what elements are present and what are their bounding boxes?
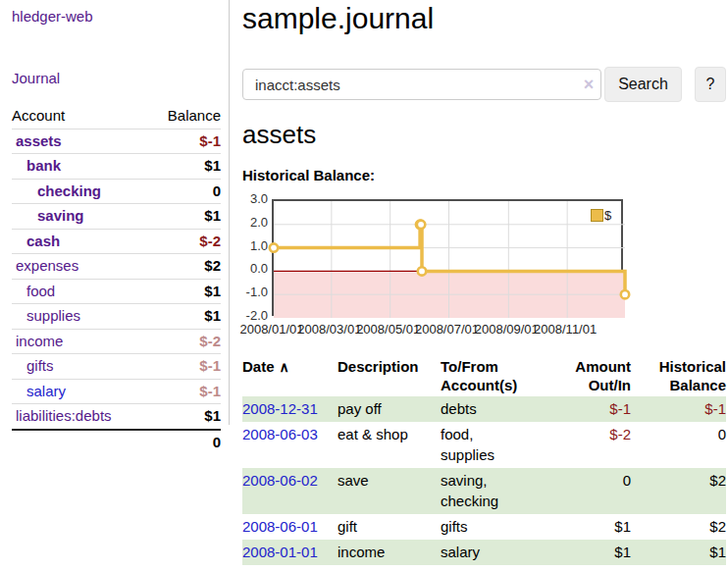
register-column-header[interactable]: Date∧ — [242, 355, 338, 396]
account-row: income$-2 — [12, 329, 221, 354]
transaction-date-link[interactable]: 2008-06-03 — [242, 426, 318, 442]
data-point-marker — [270, 243, 278, 251]
account-balance: $-1 — [199, 357, 221, 376]
transaction-accounts: food, supplies — [441, 422, 539, 468]
y-axis-tick-label: 1.0 — [240, 238, 268, 254]
accounts-total-row: 0 — [12, 429, 221, 455]
chart-legend: $ — [591, 208, 611, 223]
account-link[interactable]: checking — [12, 182, 101, 201]
accounts-total-value: 0 — [213, 434, 221, 452]
transaction-accounts: saving, checking — [441, 468, 539, 514]
account-row: expenses$2 — [12, 253, 221, 279]
account-balance: $1 — [204, 283, 221, 301]
accounts-header: Account Balance — [12, 104, 221, 129]
sidebar-item-journal[interactable]: Journal — [12, 70, 60, 86]
data-point-marker — [418, 267, 426, 275]
account-row: liabilities:debts$1 — [12, 403, 221, 429]
data-point-marker — [621, 290, 629, 298]
account-balance: $2 — [204, 257, 221, 276]
account-link[interactable]: assets — [12, 132, 62, 151]
account-row: salary$-1 — [12, 379, 221, 404]
transaction-amount: $-2 — [539, 422, 631, 468]
transaction-balance: $-1 — [631, 396, 726, 422]
transaction-row: 2008-06-03eat & shopfood, supplies$-20 — [242, 422, 726, 468]
transaction-description: income — [338, 540, 441, 565]
transaction-amount: 0 — [539, 468, 631, 514]
transaction-description: pay off — [338, 396, 441, 422]
account-link[interactable]: saving — [12, 207, 84, 226]
data-point-marker — [417, 221, 425, 229]
chart-plot-area — [272, 199, 623, 316]
account-balance: 0 — [213, 182, 221, 201]
accounts-header-balance: Balance — [168, 107, 221, 126]
transaction-date-link[interactable]: 2008-06-02 — [242, 472, 318, 489]
transaction-accounts: debts — [441, 396, 539, 422]
account-link[interactable]: gifts — [12, 357, 54, 376]
transaction-accounts: salary — [441, 540, 539, 565]
account-balance: $-2 — [199, 233, 221, 251]
x-axis-tick-label: 2008/11/01 — [526, 322, 604, 337]
account-row: supplies$1 — [12, 303, 221, 329]
y-axis-tick-label: 2.0 — [240, 215, 268, 231]
transaction-date-link[interactable]: 2008-12-31 — [242, 400, 318, 417]
register-table-header-row: Date∧DescriptionTo/FromAccount(s)AmountO… — [242, 355, 726, 396]
transaction-balance: $1 — [631, 540, 726, 565]
transaction-amount: $1 — [539, 514, 631, 540]
account-balance: $1 — [204, 307, 221, 326]
account-link[interactable]: supplies — [12, 307, 80, 326]
account-link[interactable]: food — [12, 283, 55, 301]
accounts-table-body: assets$-1bank$1checking0saving$1cash$-2e… — [12, 129, 221, 429]
transaction-row: 2008-01-01incomesalary$1$1 — [242, 540, 726, 565]
account-link[interactable]: salary — [12, 383, 66, 401]
account-row: assets$-1 — [12, 129, 221, 154]
account-link[interactable]: expenses — [12, 257, 78, 276]
account-balance: $1 — [204, 157, 221, 176]
account-link[interactable]: income — [12, 333, 63, 351]
historical-balance-chart: 3.02.01.00.0-1.0-2.0 2008/01/012008/03/0… — [240, 199, 728, 344]
transaction-date-link[interactable]: 2008-01-01 — [242, 544, 318, 560]
y-axis-tick-label: -1.0 — [240, 285, 268, 300]
y-axis-tick-label: 0.0 — [240, 261, 268, 277]
transaction-description: save — [338, 468, 441, 514]
account-balance: $-1 — [199, 132, 221, 151]
transaction-row: 2008-06-01giftgifts$1$2 — [242, 514, 726, 540]
transaction-balance: 0 — [631, 422, 726, 468]
transaction-row: 2008-06-02savesaving, checking0$2 — [242, 468, 726, 514]
search-input[interactable] — [242, 69, 601, 100]
transaction-date-link[interactable]: 2008-06-01 — [242, 518, 318, 535]
account-row: cash$-2 — [12, 229, 221, 254]
account-link[interactable]: bank — [12, 157, 61, 176]
account-balance: $-1 — [199, 383, 221, 401]
account-heading: assets — [242, 120, 316, 150]
help-button[interactable]: ? — [695, 67, 726, 102]
transaction-balance: $2 — [631, 468, 726, 514]
page-title: sample.journal — [242, 2, 434, 35]
account-balance: $1 — [204, 207, 221, 226]
search-button[interactable]: Search — [604, 67, 682, 102]
app-title-link[interactable]: hledger-web — [12, 8, 93, 25]
account-row: saving$1 — [12, 203, 221, 229]
transaction-amount: $1 — [539, 540, 631, 565]
account-row: bank$1 — [12, 153, 221, 179]
accounts-header-account: Account — [12, 107, 65, 126]
register-table: Date∧DescriptionTo/FromAccount(s)AmountO… — [242, 355, 726, 565]
accounts-panel: Account Balance assets$-1bank$1checking0… — [12, 104, 221, 454]
legend-swatch-icon — [591, 209, 603, 222]
register-column-header: To/FromAccount(s) — [441, 355, 539, 396]
account-link[interactable]: liabilities:debts — [12, 407, 112, 426]
transaction-row: 2008-12-31pay offdebts$-1$-1 — [242, 396, 726, 422]
account-row: food$1 — [12, 279, 221, 304]
register-column-header: HistoricalBalance — [631, 355, 726, 396]
account-row: gifts$-1 — [12, 353, 221, 379]
clear-search-icon[interactable]: × — [579, 75, 598, 94]
account-link[interactable]: cash — [12, 233, 60, 251]
sidebar-divider — [229, 0, 230, 425]
register-column-header: Description — [338, 355, 441, 396]
sort-asc-icon[interactable]: ∧ — [280, 359, 289, 375]
transaction-balance: $2 — [631, 514, 726, 540]
account-row: checking0 — [12, 179, 221, 204]
account-balance: $-2 — [199, 333, 221, 351]
chart-title: Historical Balance: — [242, 167, 375, 183]
register-column-header: AmountOut/In — [539, 355, 631, 396]
transaction-description: eat & shop — [338, 422, 441, 468]
